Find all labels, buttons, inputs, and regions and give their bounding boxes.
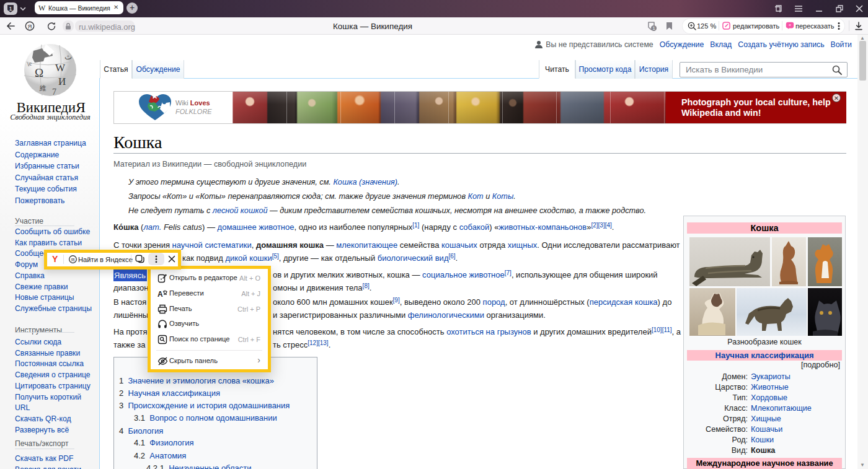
svg-text:1: 1: [9, 6, 12, 12]
svg-text:Ω: Ω: [35, 66, 43, 79]
svg-text:ث: ث: [64, 52, 72, 61]
svg-text:1: 1: [652, 25, 655, 31]
svg-text:7: 7: [52, 87, 56, 97]
svg-text:Я: Я: [71, 257, 75, 263]
svg-text:Я: Я: [28, 23, 32, 30]
svg-text:«: «: [789, 22, 791, 28]
svg-text:維: 維: [39, 84, 46, 92]
svg-text:W: W: [55, 62, 66, 74]
svg-text:И: И: [58, 76, 66, 87]
svg-text:А: А: [157, 290, 163, 299]
